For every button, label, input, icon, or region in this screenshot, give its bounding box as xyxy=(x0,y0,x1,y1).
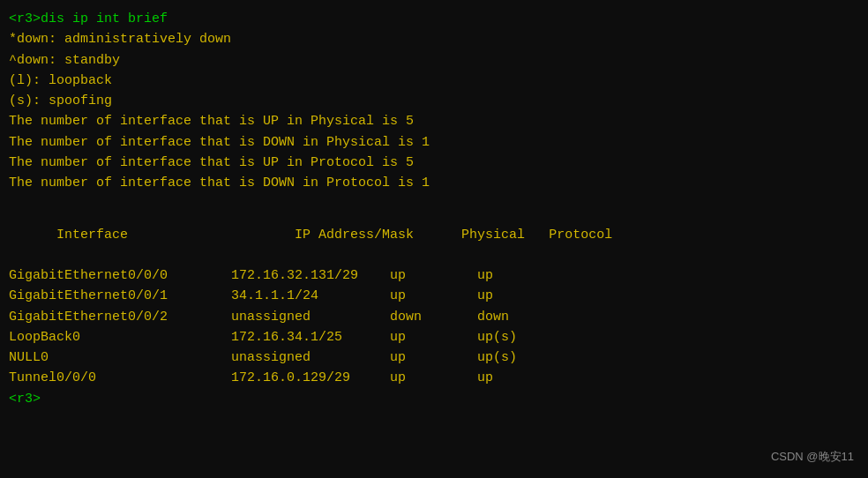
info-line-5: The number of interface that is UP in Ph… xyxy=(9,111,859,131)
info-line-8: The number of interface that is DOWN in … xyxy=(9,173,859,193)
col-protocol-spacer xyxy=(525,228,549,243)
col-ip: IP Address/Mask xyxy=(295,228,414,243)
info-line-6: The number of interface that is DOWN in … xyxy=(9,132,859,153)
col-protocol: Protocol xyxy=(549,228,612,243)
watermark: CSDN @晚安11 xyxy=(771,448,854,466)
table-row-4: NULL0 unassigned up up(s) xyxy=(9,347,859,368)
table-row-1: GigabitEthernet0/0/1 34.1.1.1/24 up up xyxy=(9,286,859,306)
info-line-2: ^down: standby xyxy=(9,50,859,71)
table-row-5: Tunnel0/0/0 172.16.0.129/29 up up xyxy=(9,368,859,388)
info-line-4: (s): spoofing xyxy=(9,91,859,111)
col-physical-spacer xyxy=(414,228,461,243)
info-line-7: The number of interface that is UP in Pr… xyxy=(9,153,859,173)
table-row-3: LoopBack0 172.16.34.1/25 up up(s) xyxy=(9,327,859,347)
prompt-line[interactable]: <r3> xyxy=(9,389,859,409)
info-line-3: (l): loopback xyxy=(9,71,859,91)
table-header: Interface IP Address/Mask Physical Proto… xyxy=(9,204,859,265)
terminal-window: <r3>dis ip int brief *down: administrati… xyxy=(0,0,868,478)
interface-table: Interface IP Address/Mask Physical Proto… xyxy=(9,204,859,388)
info-line-1: *down: administratively down xyxy=(9,29,859,49)
command-line: <r3>dis ip int brief xyxy=(9,9,859,29)
col-interface: Interface xyxy=(56,228,128,243)
col-ip-spacer xyxy=(128,228,295,243)
table-row-2: GigabitEthernet0/0/2 unassigned down dow… xyxy=(9,307,859,327)
col-physical: Physical xyxy=(461,228,525,243)
table-row-0: GigabitEthernet0/0/0 172.16.32.131/29 up… xyxy=(9,265,859,286)
